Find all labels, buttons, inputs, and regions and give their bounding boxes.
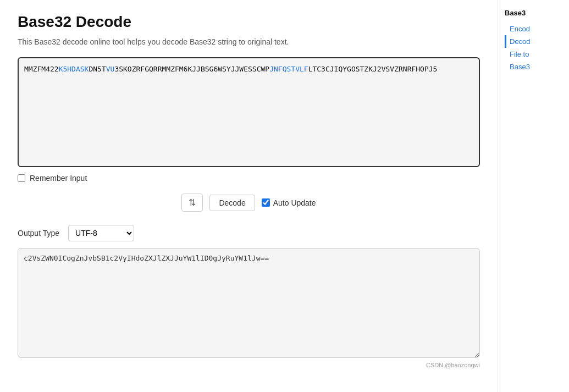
input-text-blue2: VU bbox=[106, 65, 115, 73]
input-text-black5: LTC3CJIQYGOSTZKJ2VSVZRNRFHOPJ5 bbox=[308, 65, 438, 73]
page-description: This Base32 decode online tool helps you… bbox=[18, 37, 480, 46]
remember-row: Remember Input bbox=[18, 174, 480, 183]
input-text-blue1: K5HDASK bbox=[59, 65, 89, 73]
sidebar-item-base3[interactable]: Base3 bbox=[505, 60, 562, 73]
auto-update-row: Auto Update bbox=[262, 198, 316, 207]
sidebar-item-encode[interactable]: Encod bbox=[505, 23, 562, 35]
auto-update-checkbox[interactable] bbox=[262, 198, 270, 207]
input-container: MMZFM422K5HDASKDN5TVU3SKOZRFGQRRMMZFM6KJ… bbox=[18, 57, 480, 167]
output-type-label: Output Type bbox=[18, 229, 59, 238]
input-text-black3: 3SKOZRFGQRRMMZFM6K bbox=[114, 65, 192, 73]
sidebar-item-decode[interactable]: Decod bbox=[505, 35, 562, 48]
decode-button[interactable]: Decode bbox=[209, 195, 255, 211]
output-textarea[interactable]: c2VsZWN0ICogZnJvbSB1c2VyIHdoZXJlZXJJuYW1… bbox=[18, 248, 480, 358]
sidebar: Base3 Encod Decod File to Base3 bbox=[498, 0, 569, 392]
remember-label: Remember Input bbox=[30, 174, 87, 183]
input-text-blue3: JNFQSTVLF bbox=[269, 65, 308, 73]
watermark: CSDN @baozongwi bbox=[18, 362, 480, 368]
output-type-select[interactable]: UTF-8 Hex Base64 Binary bbox=[68, 225, 134, 241]
sidebar-item-file-to[interactable]: File to bbox=[505, 48, 562, 60]
input-text-black4: JJBSG6WSYJJWESSCWP bbox=[192, 65, 269, 73]
remember-checkbox[interactable] bbox=[18, 174, 25, 182]
auto-update-label: Auto Update bbox=[273, 198, 316, 207]
controls-row: ⇅ Decode Auto Update bbox=[18, 194, 480, 212]
main-content: Base32 Decode This Base32 decode online … bbox=[0, 0, 498, 392]
input-text-black1: MMZFM422 bbox=[24, 65, 59, 73]
input-text-black2: DN5T bbox=[89, 65, 106, 73]
swap-icon: ⇅ bbox=[189, 198, 196, 207]
page-title: Base32 Decode bbox=[18, 13, 480, 31]
sidebar-title: Base3 bbox=[505, 9, 562, 17]
output-type-row: Output Type UTF-8 Hex Base64 Binary bbox=[18, 225, 480, 241]
swap-button[interactable]: ⇅ bbox=[181, 194, 203, 212]
